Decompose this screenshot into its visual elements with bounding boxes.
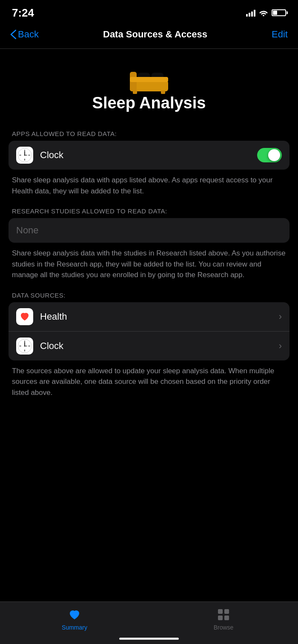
summary-tab[interactable]: Summary bbox=[49, 608, 100, 631]
svg-point-15 bbox=[24, 155, 26, 156]
hero-title: Sleep Analysis bbox=[92, 94, 206, 112]
svg-point-25 bbox=[24, 345, 26, 346]
clock-source-icon bbox=[16, 338, 33, 355]
status-icons bbox=[246, 9, 286, 17]
data-sources-section-label: DATA SOURCES: bbox=[0, 284, 298, 302]
svg-rect-28 bbox=[218, 616, 223, 620]
nav-bar: Back Data Sources & Access Edit bbox=[0, 23, 298, 48]
apps-section-label: APPS ALLOWED TO READ DATA: bbox=[0, 122, 298, 141]
browse-tab[interactable]: Browse bbox=[198, 608, 249, 631]
clock-chevron-icon: › bbox=[279, 340, 282, 352]
signal-icon bbox=[246, 9, 255, 17]
research-list: None bbox=[9, 218, 289, 243]
svg-rect-26 bbox=[218, 609, 223, 614]
clock-source-row[interactable]: Clock › bbox=[9, 331, 289, 360]
status-time: 7:24 bbox=[12, 6, 34, 20]
research-section-label: RESEARCH STUDIES ALLOWED TO READ DATA: bbox=[0, 200, 298, 218]
toggle-knob bbox=[268, 149, 280, 161]
clock-source-label: Clock bbox=[40, 340, 279, 352]
health-source-label: Health bbox=[40, 311, 279, 322]
research-description: Share sleep analysis data with the studi… bbox=[0, 243, 298, 284]
svg-rect-27 bbox=[224, 609, 229, 614]
summary-heart-icon bbox=[68, 608, 81, 621]
clock-app-icon bbox=[16, 147, 33, 164]
home-indicator bbox=[119, 638, 179, 640]
wifi-icon bbox=[259, 9, 268, 16]
svg-rect-29 bbox=[224, 616, 229, 620]
apps-description: Share sleep analysis data with apps list… bbox=[0, 170, 298, 200]
bed-icon bbox=[128, 64, 170, 94]
svg-rect-5 bbox=[133, 91, 137, 94]
page-title: Data Sources & Access bbox=[103, 29, 207, 40]
clock-toggle[interactable] bbox=[257, 148, 282, 162]
main-content: Sleep Analysis APPS ALLOWED TO READ DATA… bbox=[0, 49, 298, 601]
clock-app-label: Clock bbox=[40, 150, 257, 161]
edit-button[interactable]: Edit bbox=[272, 29, 288, 40]
svg-rect-4 bbox=[130, 77, 168, 82]
apps-list: Clock bbox=[9, 141, 289, 170]
svg-rect-6 bbox=[161, 91, 165, 94]
browse-grid-icon bbox=[217, 608, 230, 621]
none-label: None bbox=[16, 225, 39, 236]
clock-app-row[interactable]: Clock bbox=[9, 141, 289, 170]
health-chevron-icon: › bbox=[279, 311, 282, 322]
health-app-icon bbox=[16, 308, 33, 325]
battery-icon bbox=[272, 9, 286, 16]
data-sources-list: Health › Clock › bbox=[9, 302, 289, 360]
back-button[interactable]: Back bbox=[10, 29, 39, 40]
summary-tab-label: Summary bbox=[62, 624, 87, 631]
browse-tab-label: Browse bbox=[214, 624, 234, 631]
data-sources-description: The sources above are allowed to update … bbox=[0, 360, 298, 402]
hero-section: Sleep Analysis bbox=[0, 49, 298, 122]
back-label: Back bbox=[18, 29, 39, 40]
status-bar: 7:24 bbox=[0, 0, 298, 23]
research-none-row: None bbox=[9, 218, 289, 243]
health-source-row[interactable]: Health › bbox=[9, 302, 289, 331]
